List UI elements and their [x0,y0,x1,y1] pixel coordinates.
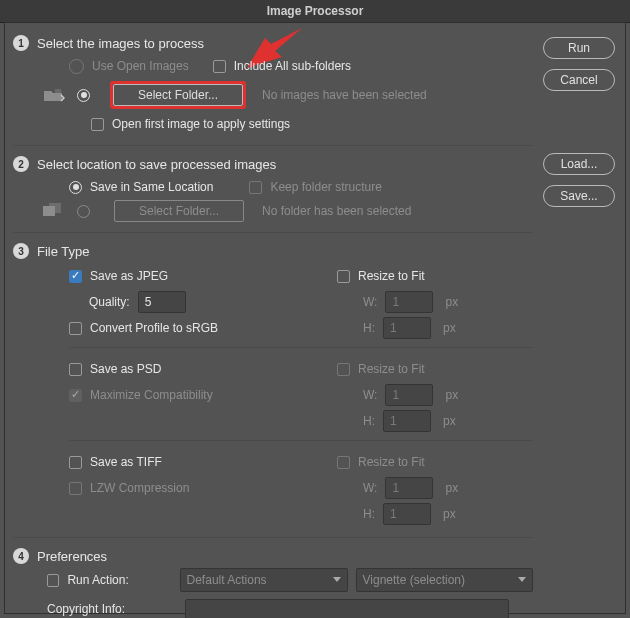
label-psd-resize: Resize to Fit [358,362,425,376]
label-psd-w: W: [363,388,377,402]
label-jpeg-resize: Resize to Fit [358,269,425,283]
step-badge-2: 2 [13,156,29,172]
label-tiff-resize: Resize to Fit [358,455,425,469]
label-include-subfolders: Include All sub-folders [234,59,351,73]
section-select-images: 1 Select the images to process Use Open … [13,31,533,145]
radio-select-folder[interactable] [77,89,90,102]
label-run-action: Run Action: [67,573,171,587]
no-folder-status: No folder has been selected [262,204,411,218]
label-lzw: LZW Compression [90,481,189,495]
checkbox-include-subfolders[interactable] [213,60,226,73]
no-images-status: No images have been selected [262,88,427,102]
label-save-tiff: Save as TIFF [90,455,162,469]
input-tiff-h [383,503,431,525]
label-save-jpeg: Save as JPEG [90,269,168,283]
label-psd-h: H: [363,414,375,428]
label-maximize-compat: Maximize Compatibility [90,388,213,402]
unit-psd-h: px [443,414,456,428]
unit-tiff-w: px [445,481,458,495]
label-open-first-image: Open first image to apply settings [112,117,290,131]
checkbox-run-action[interactable] [47,574,59,587]
unit-psd-w: px [445,388,458,402]
input-jpeg-w [385,291,433,313]
label-same-location: Save in Same Location [90,180,213,194]
label-copyright: Copyright Info: [47,602,177,616]
svg-rect-2 [49,203,61,213]
input-psd-w [385,384,433,406]
unit-jpeg-w: px [445,295,458,309]
checkbox-save-tiff[interactable] [69,456,82,469]
save-select-folder-button[interactable]: Select Folder... [114,200,244,222]
radio-use-open-images [69,59,84,74]
label-jpeg-w: W: [363,295,377,309]
section-save-location: 2 Select location to save processed imag… [13,145,533,232]
section-file-type: 3 File Type Save as JPEG Resize to Fit Q… [13,232,533,537]
section2-title: Select location to save processed images [37,157,276,172]
step-badge-1: 1 [13,35,29,51]
radio-same-location[interactable] [69,181,82,194]
label-quality: Quality: [89,295,130,309]
chevron-down-icon [518,577,526,582]
checkbox-convert-srgb[interactable] [69,322,82,335]
section-preferences: 4 Preferences Run Action: Default Action… [13,537,533,618]
label-save-psd: Save as PSD [90,362,161,376]
input-quality[interactable] [138,291,186,313]
radio-save-select-folder[interactable] [77,205,90,218]
label-jpeg-h: H: [363,321,375,335]
open-folder-icon [43,87,65,103]
input-psd-h [383,410,431,432]
label-tiff-w: W: [363,481,377,495]
unit-tiff-h: px [443,507,456,521]
load-button[interactable]: Load... [543,153,615,175]
select-action-set[interactable]: Default Actions [180,568,348,592]
checkbox-jpeg-resize[interactable] [337,270,350,283]
input-jpeg-h [383,317,431,339]
unit-jpeg-h: px [443,321,456,335]
checkbox-lzw [69,482,82,495]
section4-title: Preferences [37,549,107,564]
label-convert-srgb: Convert Profile to sRGB [90,321,218,335]
checkbox-maximize-compat [69,389,82,402]
checkbox-psd-resize [337,363,350,376]
select-folder-highlight: Select Folder... [110,81,246,109]
checkbox-keep-folder-structure [249,181,262,194]
label-use-open-images: Use Open Images [92,59,189,73]
save-button[interactable]: Save... [543,185,615,207]
chevron-down-icon [333,577,341,582]
checkbox-tiff-resize [337,456,350,469]
cancel-button[interactable]: Cancel [543,69,615,91]
run-button[interactable]: Run [543,37,615,59]
section1-title: Select the images to process [37,36,204,51]
input-tiff-w [385,477,433,499]
select-folder-button[interactable]: Select Folder... [113,84,243,106]
checkbox-save-psd[interactable] [69,363,82,376]
label-keep-folder-structure: Keep folder structure [270,180,381,194]
input-copyright[interactable] [185,599,509,618]
step-badge-3: 3 [13,243,29,259]
checkbox-open-first-image[interactable] [91,118,104,131]
step-badge-4: 4 [13,548,29,564]
section3-title: File Type [37,244,90,259]
checkbox-save-jpeg[interactable] [69,270,82,283]
select-action[interactable]: Vignette (selection) [356,568,533,592]
label-tiff-h: H: [363,507,375,521]
window-title: Image Processor [0,0,630,23]
save-folder-icon [43,203,65,219]
